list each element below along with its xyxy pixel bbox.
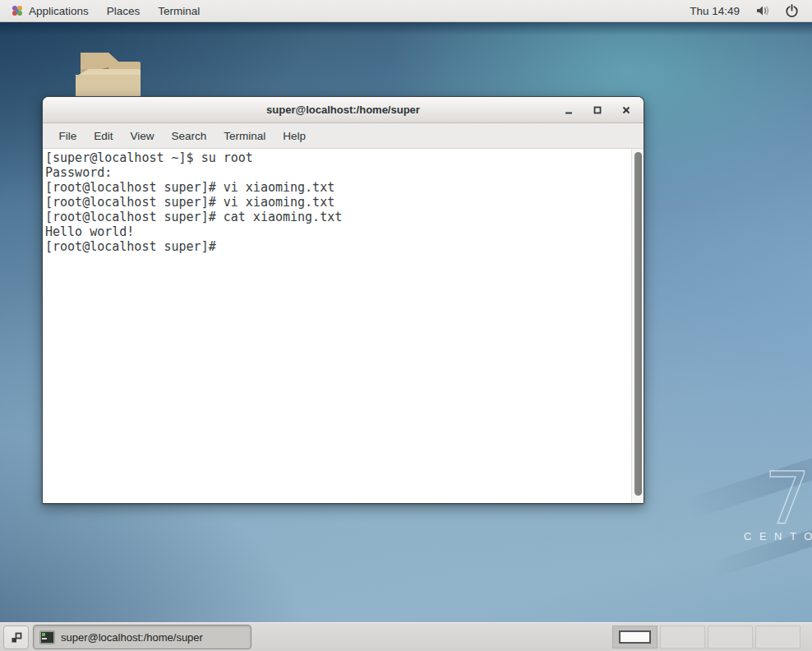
- menu-places[interactable]: Places: [98, 0, 150, 21]
- menu-edit[interactable]: Edit: [85, 123, 122, 148]
- window-title: super@localhost:/home/super: [266, 104, 420, 116]
- menu-help[interactable]: Help: [275, 123, 315, 148]
- minimize-button[interactable]: [560, 101, 578, 119]
- menu-search[interactable]: Search: [163, 123, 215, 148]
- terminal-line: [root@localhost super]# vi xiaoming.txt: [45, 180, 629, 195]
- scrollbar-thumb[interactable]: [634, 152, 642, 496]
- terminal-output: [super@localhost ~]$ su root Password: […: [45, 150, 629, 254]
- svg-text:7: 7: [764, 456, 810, 530]
- menu-file[interactable]: File: [50, 123, 85, 148]
- power-icon[interactable]: [784, 3, 799, 18]
- screen: Applications Places Terminal Thu 14:49: [0, 0, 812, 651]
- terminal-scrollbar[interactable]: [631, 149, 644, 503]
- menu-terminal[interactable]: Terminal: [215, 123, 275, 148]
- workspace-switcher: [612, 626, 800, 649]
- menu-view[interactable]: View: [122, 123, 163, 148]
- window-controls: [560, 97, 635, 122]
- close-button[interactable]: [617, 101, 635, 119]
- window-list-button[interactable]: [3, 626, 29, 649]
- clock[interactable]: Thu 14:49: [690, 5, 740, 17]
- terminal-window: super@localhost:/home/super File Edit: [42, 96, 644, 504]
- terminal-app-icon: [39, 630, 55, 644]
- terminal-line: [super@localhost ~]$ su root: [45, 150, 629, 165]
- folder-icon[interactable]: [72, 49, 141, 97]
- terminal-line: [root@localhost super]# cat xiaoming.txt: [45, 210, 629, 224]
- bottom-taskbar: super@localhost:/home/super: [0, 622, 812, 651]
- terminal-content-area[interactable]: [super@localhost ~]$ su root Password: […: [43, 149, 644, 503]
- terminal-line: Hello world!: [45, 224, 629, 239]
- workspace-2[interactable]: [660, 626, 705, 649]
- menu-terminal[interactable]: Terminal: [149, 0, 209, 21]
- volume-icon[interactable]: [756, 3, 771, 18]
- terminal-line: [root@localhost super]# vi xiaoming.txt: [45, 195, 629, 210]
- workspace-1[interactable]: [612, 626, 657, 649]
- terminal-line: [root@localhost super]#: [45, 239, 629, 254]
- taskbar-window-button[interactable]: super@localhost:/home/super: [33, 625, 251, 649]
- centos-watermark-numeral: 7: [758, 456, 812, 530]
- top-panel-menus: Applications Places Terminal: [0, 0, 209, 21]
- top-panel-status: Thu 14:49: [690, 0, 812, 21]
- applications-logo-icon: [11, 4, 24, 17]
- workspace-3[interactable]: [708, 626, 753, 649]
- workspace-4[interactable]: [755, 626, 800, 649]
- cascading-windows-icon: [10, 631, 23, 644]
- centos-watermark-text: CENTOS: [744, 530, 812, 542]
- taskbar-window-label: super@localhost:/home/super: [61, 631, 203, 644]
- terminal-line: Password:: [45, 165, 629, 180]
- menu-applications[interactable]: Applications: [29, 0, 98, 21]
- maximize-button[interactable]: [588, 101, 607, 119]
- top-panel: Applications Places Terminal Thu 14:49: [0, 0, 812, 22]
- window-titlebar[interactable]: super@localhost:/home/super: [43, 97, 644, 123]
- terminal-menubar: File Edit View Search Terminal Help: [43, 123, 644, 149]
